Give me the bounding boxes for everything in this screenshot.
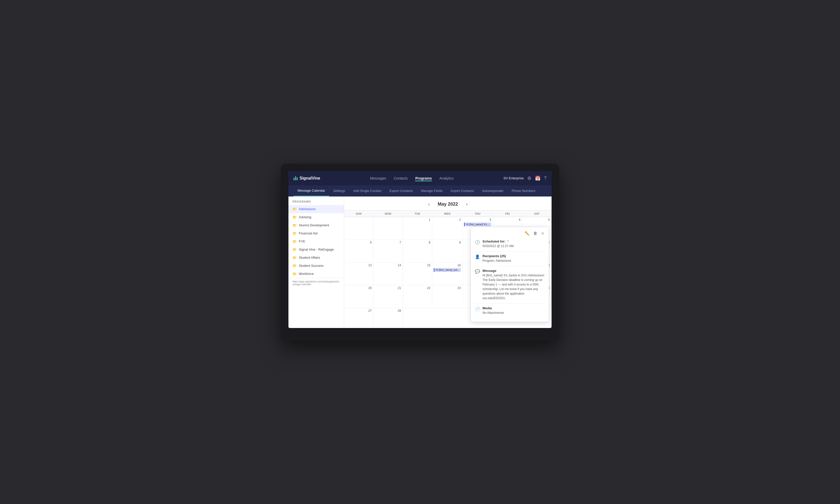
- day-cell-1[interactable]: 1: [403, 217, 432, 240]
- close-popup-button[interactable]: ✕: [540, 231, 545, 236]
- settings-icon[interactable]: ⚙: [527, 176, 531, 181]
- sidebar-label-student-success: Student Success: [299, 264, 323, 268]
- calendar-icon[interactable]: 📅: [535, 176, 540, 181]
- day-cell-21[interactable]: 21: [373, 285, 403, 308]
- edit-event-button[interactable]: ✏️: [524, 231, 530, 236]
- popup-media-section: 📄 Media No Attachments: [475, 306, 545, 315]
- folder-icon-fye: 📁: [293, 239, 297, 244]
- delete-event-button[interactable]: 🗑: [533, 231, 538, 236]
- day-header-sat: SAT: [522, 211, 552, 217]
- subnav-phone-numbers[interactable]: Phone Numbers: [508, 185, 539, 197]
- day-cell-7[interactable]: 7: [373, 240, 403, 263]
- message-icon: 💬: [475, 269, 480, 274]
- day-cell-15[interactable]: 15: [403, 263, 432, 285]
- day-header-sun: SUN: [344, 211, 373, 217]
- subnav-settings[interactable]: Settings: [329, 185, 349, 197]
- day-header-fri: FRI: [493, 211, 522, 217]
- sub-nav: Message Calendar Settings Add Single Con…: [288, 185, 552, 197]
- clock-icon: 🕐: [475, 240, 480, 245]
- day-cell-13[interactable]: 13: [344, 263, 373, 285]
- divider-1: [475, 251, 545, 252]
- day-header-mon: MON: [373, 211, 403, 217]
- subnav-message-calendar[interactable]: Message Calendar: [294, 185, 329, 197]
- day-cell-20[interactable]: 20: [344, 285, 373, 308]
- logo: SignalVine: [294, 176, 320, 181]
- sidebar-label-admissions: Admissions: [299, 207, 315, 211]
- subnav-import-contacts[interactable]: Import Contacts: [447, 185, 478, 197]
- sidebar-item-financial-aid[interactable]: 📁 Financial Aid: [288, 229, 344, 237]
- person-icon: 👤: [475, 254, 480, 259]
- sidebar: PROGRAMS 📁 Admissions 📁 Advising 📁 Alumn…: [288, 197, 344, 328]
- event-popup: ✏️ 🗑 ✕ 🕐 Scheduled for: ? 5/03/2022 @ 11…: [471, 227, 549, 322]
- popup-recipients-section: 👤 Recipients (25) Program: Admissions: [475, 254, 545, 263]
- recipients-label: Recipients (25): [483, 254, 506, 258]
- sidebar-item-fye[interactable]: 📁 FYE: [288, 237, 344, 246]
- popup-message-section: 💬 Message Hi [first_name]! It's Jackie i…: [475, 269, 545, 301]
- sidebar-label-workforce: Workforce: [299, 272, 314, 276]
- calendar-header: ‹ May 2022 ›: [344, 197, 552, 211]
- day-cell-14[interactable]: 14: [373, 263, 403, 285]
- folder-icon-student-affairs: 📁: [293, 256, 297, 260]
- sidebar-item-workforce[interactable]: 📁 Workforce: [288, 270, 344, 278]
- media-value: No Attachments: [483, 310, 504, 315]
- day-header-tue: TUE: [403, 211, 432, 217]
- day-cell-8[interactable]: 8: [403, 240, 432, 263]
- enterprise-label: SV Enterprise: [504, 176, 524, 180]
- popup-actions: ✏️ 🗑 ✕: [475, 231, 545, 236]
- day-cell-28[interactable]: 28: [373, 308, 403, 328]
- nav-right: SV Enterprise ⚙ 📅 ?: [504, 176, 546, 181]
- nav-analytics[interactable]: Analytics: [439, 175, 454, 181]
- folder-icon-advising: 📁: [293, 215, 297, 219]
- nav-messages[interactable]: Messages: [370, 175, 386, 181]
- help-icon[interactable]: ?: [544, 176, 546, 181]
- sidebar-item-advising[interactable]: 📁 Advising: [288, 213, 344, 221]
- sidebar-item-admissions[interactable]: 📁 Admissions: [288, 205, 344, 213]
- popup-scheduled-section: 🕐 Scheduled for: ? 5/03/2022 @ 11:27 AM: [475, 239, 545, 248]
- day-cell-23[interactable]: 23: [432, 285, 462, 308]
- day-cell-2[interactable]: 2: [432, 217, 462, 240]
- media-label: Media: [483, 306, 492, 310]
- folder-icon-financial-aid: 📁: [293, 231, 297, 235]
- day-cell-16[interactable]: 16 Hi [first_name], just...: [432, 263, 462, 285]
- laptop-frame: SignalVine Messages Contacts Programs An…: [281, 164, 559, 341]
- sidebar-item-student-success[interactable]: 📁 Student Success: [288, 262, 344, 270]
- message-label: Message: [483, 269, 496, 273]
- recipients-value: Program: Admissions: [483, 258, 511, 263]
- nav-contacts[interactable]: Contacts: [394, 175, 408, 181]
- sidebar-label-advising: Advising: [299, 215, 311, 219]
- scheduled-label: Scheduled for:: [483, 239, 506, 243]
- sidebar-item-reengage[interactable]: 📁 Signal Vine - ReEngage: [288, 246, 344, 254]
- scheduled-value: 5/03/2022 @ 11:27 AM: [483, 244, 513, 248]
- sidebar-header: PROGRAMS: [288, 197, 344, 205]
- sidebar-item-student-affairs[interactable]: 📁 Student Affairs: [288, 254, 344, 262]
- subnav-manage-fields[interactable]: Manage Fields: [417, 185, 447, 197]
- day-cell-empty1: [344, 217, 373, 240]
- folder-icon-alumni: 📁: [293, 223, 297, 227]
- sidebar-label-financial-aid: Financial Aid: [299, 231, 317, 235]
- divider-2: [475, 266, 545, 266]
- sidebar-url: https://app.signalvine.com/sv/programs/m…: [288, 278, 344, 288]
- day-header-thu: THU: [462, 211, 493, 217]
- day-cell-6[interactable]: 6: [344, 240, 373, 263]
- nav-programs[interactable]: Programs: [415, 175, 432, 181]
- next-month-button[interactable]: ›: [464, 200, 470, 208]
- subnav-add-single-contact[interactable]: Add Single Contact: [349, 185, 385, 197]
- event-may16[interactable]: Hi [first_name], just...: [434, 268, 461, 272]
- media-icon: 📄: [475, 306, 480, 311]
- day-cell-empty2: [373, 217, 403, 240]
- folder-icon-student-success: 📁: [293, 264, 297, 268]
- prev-month-button[interactable]: ‹: [426, 200, 432, 208]
- day-cell-27[interactable]: 27: [344, 308, 373, 328]
- folder-icon-workforce: 📁: [293, 272, 297, 276]
- sidebar-item-alumni[interactable]: 📁 Alumni Development: [288, 221, 344, 229]
- scheduled-help-icon[interactable]: ?: [507, 239, 509, 243]
- day-cell-22[interactable]: 22: [403, 285, 432, 308]
- day-cell-9[interactable]: 9: [432, 240, 462, 263]
- sidebar-label-reengage: Signal Vine - ReEngage: [299, 248, 334, 251]
- sidebar-label-alumni: Alumni Development: [299, 223, 329, 227]
- message-value: Hi [first_name]! It's Jackie in SVU Admi…: [483, 273, 545, 301]
- subnav-autoresponder[interactable]: Autoresponder: [478, 185, 508, 197]
- event-may3[interactable]: Hi [first_name]! It's ...: [464, 222, 491, 226]
- content-area: PROGRAMS 📁 Admissions 📁 Advising 📁 Alumn…: [288, 197, 552, 328]
- subnav-export-contacts[interactable]: Export Contacts: [385, 185, 417, 197]
